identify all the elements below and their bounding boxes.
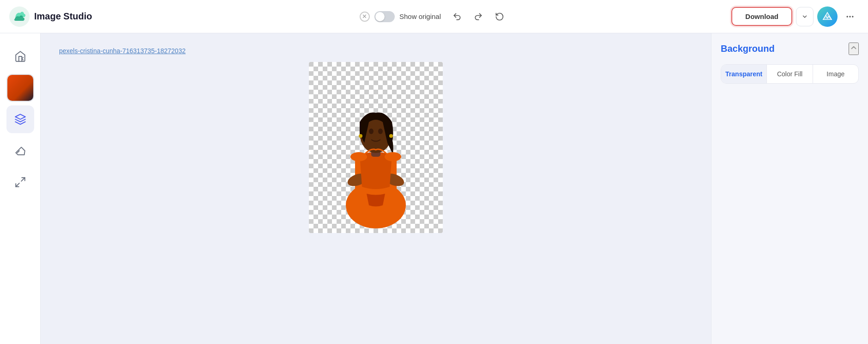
more-options-button[interactable]	[841, 8, 859, 25]
more-dots-icon	[845, 12, 855, 21]
layers-icon	[14, 113, 26, 125]
app-logo-icon	[9, 6, 30, 27]
right-panel: Background Transparent Color Fill Image	[711, 33, 868, 344]
svg-point-21	[385, 152, 401, 161]
bg-option-transparent[interactable]: Transparent	[721, 65, 767, 83]
logo-area: Image Studio	[9, 6, 92, 27]
svg-point-20	[350, 152, 367, 161]
svg-point-2	[849, 16, 850, 17]
svg-line-6	[16, 183, 19, 187]
person-image-overlay	[309, 62, 443, 233]
canvas-area: pexels-cristina-cunha-716313735-18272032	[41, 33, 711, 344]
redo-icon	[474, 12, 483, 21]
header-right-controls: Download	[731, 6, 859, 27]
toggle-close-icon[interactable]: ✕	[360, 12, 370, 22]
download-chevron-button[interactable]	[796, 7, 814, 26]
redo-button[interactable]	[470, 8, 487, 25]
bg-option-image[interactable]: Image	[813, 65, 858, 83]
layers-button[interactable]	[6, 105, 34, 133]
undo-icon	[452, 12, 462, 21]
expand-icon	[14, 176, 26, 188]
image-thumbnail-button[interactable]	[6, 74, 34, 102]
bg-option-color-fill[interactable]: Color Fill	[767, 65, 813, 83]
panel-header: Background	[721, 43, 859, 55]
home-button[interactable]	[6, 43, 34, 70]
drive-icon	[822, 12, 832, 22]
panel-title: Background	[721, 43, 775, 54]
undo-button[interactable]	[448, 8, 466, 25]
background-options-group: Transparent Color Fill Image	[721, 64, 859, 84]
app-title: Image Studio	[34, 11, 92, 22]
thumbnail-preview	[7, 75, 33, 101]
svg-point-19	[378, 129, 383, 134]
user-avatar-button[interactable]	[817, 6, 838, 27]
home-arrow-icon	[20, 56, 25, 61]
svg-point-1	[847, 16, 848, 17]
header: Image Studio ✕ Show original	[0, 0, 868, 33]
expand-button[interactable]	[6, 168, 34, 196]
chevron-down-icon	[802, 13, 808, 20]
refresh-icon	[495, 12, 504, 21]
download-button[interactable]: Download	[731, 7, 792, 26]
svg-point-22	[359, 134, 362, 138]
svg-point-23	[389, 134, 393, 138]
main-layout: pexels-cristina-cunha-716313735-18272032	[0, 33, 868, 344]
show-original-toggle-container: ✕ Show original	[360, 11, 441, 22]
header-center-controls: ✕ Show original	[360, 8, 508, 25]
eraser-icon	[14, 145, 26, 157]
chevron-up-icon	[850, 43, 858, 52]
file-name-label[interactable]: pexels-cristina-cunha-716313735-18272032	[59, 47, 186, 55]
show-original-toggle[interactable]	[374, 11, 395, 22]
show-original-label: Show original	[399, 12, 441, 20]
eraser-button[interactable]	[6, 137, 34, 165]
left-sidebar	[0, 33, 41, 344]
panel-collapse-button[interactable]	[849, 43, 859, 55]
image-canvas	[309, 62, 443, 233]
toggle-thumb	[375, 12, 385, 21]
refresh-button[interactable]	[491, 8, 508, 25]
svg-line-5	[21, 178, 25, 181]
svg-marker-4	[15, 114, 25, 119]
svg-point-18	[369, 129, 374, 134]
history-controls	[448, 8, 508, 25]
svg-point-3	[852, 16, 853, 17]
